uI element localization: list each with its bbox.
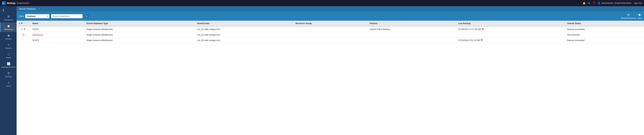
row-host-cell: ora_01.sddc.netapp.com bbox=[195, 26, 294, 32]
row-resource-group-cell bbox=[294, 32, 368, 38]
mail-icon[interactable]: ✉ bbox=[588, 2, 590, 4]
sidebar: ❮ ⊞ Dashboard ▣ Resources ◉ Monitor ≡ Re… bbox=[0, 6, 16, 135]
row-name-cell[interactable]: NTAP1CLN bbox=[30, 32, 84, 38]
row-name-cell: NTAP1 bbox=[30, 26, 84, 32]
row-policies-cell bbox=[368, 38, 456, 43]
sidebar-item-reports[interactable]: ≡ Reports bbox=[0, 42, 16, 51]
search-input[interactable] bbox=[51, 14, 82, 18]
row-icons-cell bbox=[16, 38, 30, 43]
sidebar-item-monitor[interactable]: ◉ Monitor bbox=[0, 32, 16, 42]
col-name: Name bbox=[30, 21, 84, 26]
sidebar-item-label: Resources bbox=[4, 28, 13, 30]
row-name-cell: NTAP2 bbox=[30, 38, 84, 43]
notifications-icon[interactable]: 🔔 bbox=[583, 2, 586, 4]
product-name: SnapCenter® bbox=[16, 2, 29, 4]
sidebar-item-dashboard[interactable]: ⊞ Dashboard bbox=[0, 13, 16, 23]
sidebar-item-label: Hosts bbox=[6, 57, 11, 59]
sort-list-icon[interactable]: ≡ bbox=[19, 22, 20, 25]
sort-flag-icon[interactable]: ⚑ bbox=[21, 22, 23, 25]
sidebar-item-storage-systems[interactable]: ⬜ Storage Systems bbox=[0, 60, 16, 70]
row-last-backup-cell: 07/16/2024 5:52:15 PM 📅 bbox=[456, 38, 565, 43]
sidebar-item-label: Settings bbox=[5, 76, 12, 78]
view-label: View bbox=[19, 15, 24, 17]
user-name[interactable]: administrator bbox=[602, 2, 614, 4]
calendar-icon: 📅 bbox=[480, 39, 483, 42]
table-header-row: ≡ ⚑ Name Oracle Database Type Host/Clust… bbox=[16, 21, 644, 26]
row-overall-status-cell: Backup succeeded bbox=[565, 26, 644, 32]
row-type-cell: Single Instance (Multitenant) bbox=[84, 32, 195, 38]
sidebar-item-label: Dashboard bbox=[4, 19, 13, 21]
settings-icon: ⚙ bbox=[8, 72, 10, 75]
add-label: Add▾ bbox=[638, 17, 642, 19]
alerts-icon: ⚠ bbox=[8, 81, 10, 84]
sidebar-item-resources[interactable]: ▣ Resources bbox=[0, 23, 16, 32]
table-body: ≡⚑NTAP1Single Instance (Multitenant)ora_… bbox=[16, 26, 644, 43]
table-area: ≡ ⚑ Name Oracle Database Type Host/Clust… bbox=[16, 21, 644, 135]
toolbar-left: View Database Resource Group ⧉ bbox=[19, 14, 89, 18]
row-overall-status-cell: Backup succeeded bbox=[565, 38, 644, 43]
resources-icon: ▣ bbox=[7, 24, 10, 28]
db-header: Oracle Database ▾ bbox=[16, 6, 644, 11]
row-resource-group-cell bbox=[294, 38, 368, 43]
user-icon: 👤 bbox=[598, 2, 600, 4]
sidebar-item-settings[interactable]: ⚙ Settings bbox=[0, 70, 16, 79]
app-body: ❮ ⊞ Dashboard ▣ Resources ◉ Monitor ≡ Re… bbox=[0, 6, 644, 135]
row-icons-cell: ⧉ bbox=[16, 32, 30, 38]
col-overall-status: Overall Status bbox=[565, 21, 644, 26]
row-last-backup-cell bbox=[456, 32, 565, 38]
refresh-label: Refresh Resources bbox=[621, 17, 636, 19]
toolbar: View Database Resource Group ⧉ ⟳ Ref bbox=[16, 11, 644, 21]
header-actions: 🔔 ✉ ❓ 👤 administrator SnapCenterAdmin Si… bbox=[583, 2, 642, 4]
reports-icon: ≡ bbox=[8, 43, 9, 46]
view-select[interactable]: Database Resource Group bbox=[25, 14, 50, 18]
netapp-logo-icon: N bbox=[2, 1, 6, 5]
help-icon[interactable]: ❓ bbox=[592, 2, 596, 4]
col-last-backup: Last Backup bbox=[456, 21, 565, 26]
calendar-icon: 📅 bbox=[482, 28, 484, 30]
row-host-cell: ora_02.sddc.netapp.com bbox=[195, 38, 294, 43]
table-row: NTAP2Single Instance (Multitenant)ora_02… bbox=[16, 38, 644, 43]
monitor-icon: ◉ bbox=[8, 34, 10, 37]
sidebar-item-hosts[interactable]: ⬡ Hosts bbox=[0, 51, 16, 60]
col-host: Host/Cluster bbox=[195, 21, 294, 26]
search-box bbox=[51, 14, 82, 18]
hosts-icon: ⬡ bbox=[8, 53, 10, 56]
filter-icon: ⧉ bbox=[86, 15, 87, 17]
col-icons: ≡ ⚑ bbox=[16, 21, 30, 26]
row-type-cell: Single Instance (Multitenant) bbox=[84, 38, 195, 43]
add-icon: ✚ bbox=[638, 13, 641, 17]
db-title: Oracle Database bbox=[19, 7, 36, 10]
table-row: ⧉NTAP1CLNSingle Instance (Multitenant)or… bbox=[16, 32, 644, 38]
netapp-logo: N NetApp SnapCenter® bbox=[2, 1, 29, 5]
storage-icon: ⬜ bbox=[7, 62, 10, 65]
sidebar-item-label: Storage Systems bbox=[2, 66, 16, 68]
header-sort-icons: ≡ ⚑ bbox=[19, 22, 28, 25]
filter-button[interactable]: ⧉ bbox=[84, 14, 89, 18]
db-dropdown-button[interactable]: ▾ bbox=[37, 7, 41, 10]
copy-icon: ⧉ bbox=[23, 33, 24, 36]
add-button[interactable]: ✚ Add▾ bbox=[638, 13, 642, 19]
list-icon: ≡ bbox=[22, 28, 23, 30]
row-overall-status-cell: Not protected bbox=[565, 32, 644, 38]
resource-link[interactable]: NTAP1CLN bbox=[32, 34, 43, 36]
sidebar-item-label: Monitor bbox=[5, 38, 12, 40]
refresh-icon: ⟳ bbox=[627, 13, 630, 17]
resources-table: ≡ ⚑ Name Oracle Database Type Host/Clust… bbox=[16, 21, 644, 43]
flag-icon: ⚑ bbox=[24, 28, 26, 30]
row-last-backup-cell: 07/18/2024 11:17:55 AM 📅 bbox=[456, 26, 565, 32]
sidebar-item-label: Reports bbox=[5, 47, 12, 49]
table-row: ≡⚑NTAP1Single Instance (Multitenant)ora_… bbox=[16, 26, 644, 32]
user-section: 👤 administrator SnapCenterAdmin bbox=[598, 2, 632, 4]
sign-out-button[interactable]: Sign Out bbox=[634, 2, 642, 4]
row-type-cell: Single Instance (Multitenant) bbox=[84, 26, 195, 32]
col-policies: Policies bbox=[368, 21, 456, 26]
view-select-wrapper: Database Resource Group bbox=[25, 14, 50, 18]
row-host-cell: ora_02.sddc.netapp.com bbox=[195, 32, 294, 38]
col-resource-group: Resource Group bbox=[294, 21, 368, 26]
row-policies-cell bbox=[368, 32, 456, 38]
logo-area: N NetApp SnapCenter® bbox=[2, 1, 29, 5]
refresh-resources-button[interactable]: ⟳ Refresh Resources bbox=[621, 13, 636, 19]
sidebar-item-alerts[interactable]: ⚠ Alerts bbox=[0, 79, 16, 89]
sidebar-collapse-button[interactable]: ❮ bbox=[0, 7, 16, 12]
tenant-name: SnapCenterAdmin bbox=[614, 2, 632, 4]
